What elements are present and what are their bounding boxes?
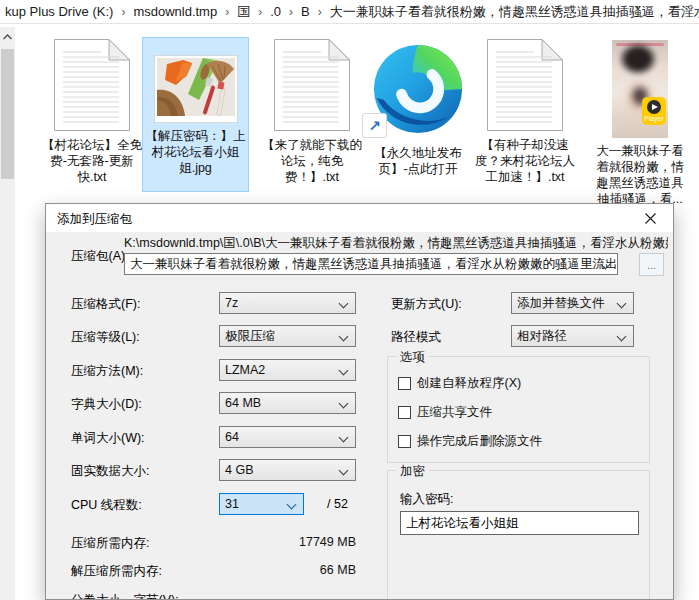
close-icon	[645, 213, 656, 224]
breadcrumb: kup Plus Drive (K:) › msdownld.tmp › 国 ›…	[0, 0, 699, 24]
memory-decompress-value: 66 MB	[219, 563, 356, 577]
encryption-group-title: 加密	[396, 463, 429, 480]
file-label: 【永久地址发布页】-点此打开	[370, 145, 466, 177]
text-file-icon	[36, 38, 148, 132]
solid-block-combobox[interactable]: 4 GB	[219, 459, 356, 481]
text-file-icon	[256, 38, 368, 132]
word-size-label: 单词大小(W):	[71, 430, 145, 447]
file-item-edge-shortcut[interactable]: ↗ 【永久地址发布页】-点此打开	[362, 38, 474, 177]
archive-path: K:\msdownld.tmp\国\.0\B\大一兼职妹子看着就很粉嫩，情趣黑丝…	[124, 235, 668, 252]
shortcut-arrow-icon: ↗	[362, 113, 387, 138]
word-size-combobox[interactable]: 64	[219, 426, 356, 448]
options-group: 选项 创建自释放程序(X) 压缩共享文件 操作完成后删除源文件	[387, 356, 650, 463]
file-label: 【有种子却没速度？来村花论坛人工加速！】.txt	[475, 137, 575, 185]
breadcrumb-item[interactable]: B	[296, 4, 315, 19]
breadcrumb-separator-icon: ›	[222, 5, 232, 19]
update-mode-label: 更新方式(U):	[391, 296, 462, 313]
dialog-title: 添加到压缩包	[57, 211, 132, 228]
image-thumbnail	[143, 55, 248, 123]
desktop-screen: kup Plus Drive (K:) › msdownld.tmp › 国 ›…	[0, 0, 699, 600]
scrollbar-thumb[interactable]	[1, 49, 14, 179]
checkbox-delete-after[interactable]: 操作完成后删除源文件	[398, 433, 542, 450]
encryption-group: 加密 输入密码:	[387, 470, 650, 600]
path-mode-label: 路径模式	[391, 329, 441, 346]
update-mode-combobox[interactable]: 添加并替换文件	[511, 292, 634, 314]
checkbox-icon	[398, 406, 411, 419]
file-label: 【来了就能下载的论坛，纯免费！】.txt	[262, 137, 362, 185]
browse-button[interactable]: ...	[639, 253, 664, 276]
level-label: 压缩等级(L):	[71, 329, 140, 346]
checkbox-icon	[398, 377, 411, 390]
format-label: 压缩格式(F):	[71, 296, 140, 313]
file-item-jpg-selected[interactable]: 【解压密码：】上村花论坛看小姐姐.jpg	[143, 38, 248, 191]
cpu-threads-total: / 52	[327, 497, 348, 511]
memory-decompress-label: 解压缩所需内存:	[71, 563, 162, 580]
file-item-txt-3[interactable]: 【有种子却没速度？来村花论坛人工加速！】.txt	[470, 38, 580, 185]
play-icon	[647, 100, 661, 114]
breadcrumb-separator-icon: ›	[315, 5, 325, 19]
path-mode-combobox[interactable]: 相对路径	[511, 325, 634, 347]
breadcrumb-separator-icon: ›	[118, 5, 128, 19]
method-combobox[interactable]: LZMA2	[219, 359, 356, 381]
file-item-txt-2[interactable]: 【来了就能下载的论坛，纯免费！】.txt	[256, 38, 368, 185]
scrollbar[interactable]	[0, 27, 15, 600]
volume-size-label: 分卷大小，字节(V):	[71, 592, 179, 600]
text-file-icon	[470, 38, 580, 132]
add-to-archive-dialog: 添加到压缩包 压缩包(A) K:\msdownld.tmp\国\.0\B\大一兼…	[45, 203, 674, 600]
level-combobox[interactable]: 极限压缩	[219, 325, 356, 347]
password-label: 输入密码:	[400, 491, 453, 508]
checkbox-create-sfx[interactable]: 创建自释放程序(X)	[398, 375, 521, 392]
scrollbar-up-icon[interactable]	[0, 29, 15, 44]
memory-compress-value: 17749 MB	[219, 535, 356, 549]
player-badge: Player	[642, 97, 666, 125]
file-label: 【解压密码：】上村花论坛看小姐姐.jpg	[146, 128, 246, 176]
file-label: 大一兼职妹子看着就很粉嫩，情趣黑丝诱惑道具抽插骚逼，看...	[591, 143, 689, 207]
file-label: 【村花论坛】全免费-无套路-更新快.txt	[42, 137, 142, 185]
file-item-video[interactable]: Player 大一兼职妹子看着就很粉嫩，情趣黑丝诱惑道具抽插骚逼，看...	[586, 38, 694, 207]
options-group-title: 选项	[396, 349, 429, 366]
breadcrumb-item[interactable]: 国	[232, 3, 255, 21]
dictionary-combobox[interactable]: 64 MB	[219, 392, 356, 414]
checkbox-icon	[398, 435, 411, 448]
breadcrumb-item[interactable]: kup Plus Drive (K:)	[0, 4, 118, 19]
file-item-txt-1[interactable]: 【村花论坛】全免费-无套路-更新快.txt	[36, 38, 148, 185]
breadcrumb-item[interactable]: .0	[265, 4, 286, 19]
dialog-titlebar: 添加到压缩包	[46, 204, 673, 232]
password-input[interactable]	[400, 511, 639, 535]
dictionary-label: 字典大小(D):	[71, 396, 142, 413]
archive-name-combobox[interactable]: 大一兼职妹子看着就很粉嫩，情趣黑丝诱惑道具抽插骚逼，看淫水从粉嫩嫩的骚逼里流出	[124, 253, 618, 275]
breadcrumb-separator-icon: ›	[286, 5, 296, 19]
close-button[interactable]	[628, 204, 673, 232]
breadcrumb-item[interactable]: 大一兼职妹子看着就很粉嫩，情趣黑丝诱惑道具抽插骚逼，看淫水从	[325, 3, 699, 21]
memory-compress-label: 压缩所需内存:	[71, 535, 149, 552]
format-combobox[interactable]: 7z	[219, 292, 356, 314]
archive-label: 压缩包(A)	[71, 248, 125, 265]
breadcrumb-separator-icon: ›	[255, 5, 265, 19]
video-thumbnail: Player	[612, 40, 668, 138]
method-label: 压缩方法(M):	[71, 363, 143, 380]
breadcrumb-item[interactable]: msdownld.tmp	[128, 4, 222, 19]
solid-block-label: 固实数据大小:	[71, 463, 149, 480]
checkbox-compress-shared[interactable]: 压缩共享文件	[398, 404, 492, 421]
cpu-threads-combobox[interactable]: 31	[219, 493, 304, 515]
edge-icon: ↗	[362, 38, 474, 140]
cpu-threads-label: CPU 线程数:	[71, 497, 142, 514]
